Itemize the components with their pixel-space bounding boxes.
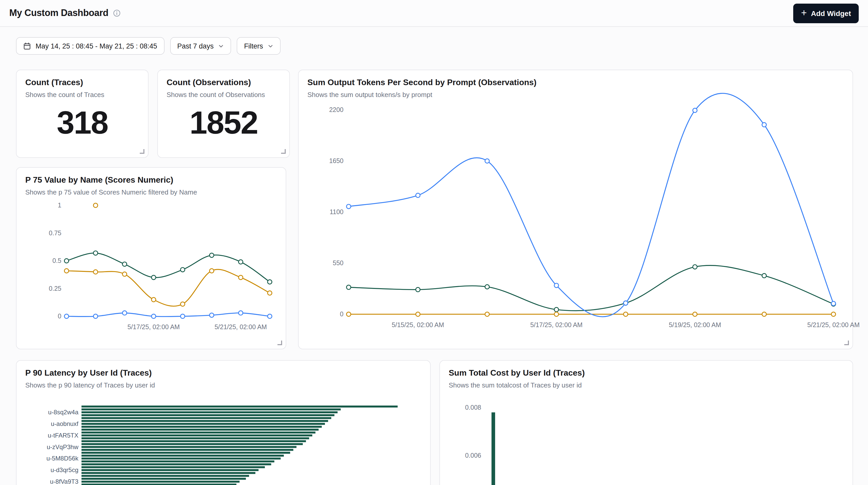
widget-p90-latency-chart: P 90 Latency by User Id (Traces) Shows t…: [16, 360, 431, 485]
metric-value: 1852: [166, 99, 281, 150]
widget-subtitle: Shows the sum output tokens/s by prompt: [307, 91, 844, 98]
svg-text:5/17/25, 02:00 AM: 5/17/25, 02:00 AM: [127, 323, 180, 331]
total-cost-chart[interactable]: 0.0080.006: [449, 390, 844, 485]
widget-title: Sum Output Tokens Per Second by Prompt (…: [307, 78, 844, 87]
resize-handle-icon[interactable]: [140, 149, 145, 154]
widget-subtitle: Shows the p 90 latency of Traces by user…: [25, 381, 422, 389]
svg-text:u-aobnuxf: u-aobnuxf: [51, 420, 79, 427]
svg-text:0: 0: [340, 310, 343, 317]
svg-text:0.008: 0.008: [465, 404, 481, 411]
resize-handle-icon[interactable]: [281, 149, 286, 154]
widget-subtitle: Shows the count of Traces: [25, 91, 139, 98]
svg-text:550: 550: [333, 259, 343, 267]
chevron-down-icon: [268, 43, 273, 49]
filters-dropdown[interactable]: Filters: [237, 37, 281, 55]
svg-text:0.75: 0.75: [49, 229, 61, 237]
widget-total-cost-chart: Sum Total Cost by User Id (Traces) Shows…: [439, 360, 853, 485]
plus-icon: +: [801, 8, 807, 18]
widget-title: Sum Total Cost by User Id (Traces): [449, 368, 844, 378]
svg-text:u-8fVa9T3: u-8fVa9T3: [50, 478, 79, 485]
p75-scores-chart[interactable]: 00.250.50.7515/17/25, 02:00 AM5/21/25, 0…: [25, 197, 277, 341]
widget-title: Count (Observations): [166, 78, 281, 87]
resize-handle-icon[interactable]: [277, 340, 282, 345]
widget-subtitle: Shows the p 75 value of Scores Numeric f…: [25, 188, 277, 196]
svg-text:0.25: 0.25: [49, 285, 61, 292]
svg-text:u-8sq2w4a: u-8sq2w4a: [48, 408, 79, 416]
resize-handle-icon[interactable]: [844, 340, 849, 345]
widget-p75-scores-chart: P 75 Value by Name (Scores Numeric) Show…: [16, 167, 286, 349]
page-header: My Custom Dashboard + Add Widget: [0, 0, 868, 27]
svg-text:5/17/25, 02:00 AM: 5/17/25, 02:00 AM: [530, 321, 583, 328]
chart-area: 05501100165022005/15/25, 02:00 AM5/17/25…: [307, 99, 844, 341]
svg-text:u-tFAR5TX: u-tFAR5TX: [48, 432, 79, 439]
svg-text:0.006: 0.006: [465, 452, 481, 459]
widget-subtitle: Shows the count of Observations: [166, 91, 281, 98]
tokens-by-prompt-chart[interactable]: 05501100165022005/15/25, 02:00 AM5/17/25…: [307, 99, 844, 341]
p90-latency-chart[interactable]: u-8sq2w4au-aobnuxfu-tFAR5TXu-zVqP3hwu-5M…: [25, 390, 422, 485]
svg-text:5/15/25, 02:00 AM: 5/15/25, 02:00 AM: [392, 321, 444, 328]
date-preset-dropdown[interactable]: Past 7 days: [170, 37, 231, 55]
info-icon-glyph: [113, 9, 121, 17]
dashboard-root: My Custom Dashboard + Add Widget May 14,…: [0, 0, 868, 485]
svg-text:0.5: 0.5: [52, 257, 61, 264]
svg-text:0: 0: [58, 312, 61, 320]
svg-text:5/21/25, 02:00 AM: 5/21/25, 02:00 AM: [215, 323, 267, 331]
svg-text:5/21/25, 02:00 AM: 5/21/25, 02:00 AM: [807, 321, 860, 328]
metric-value: 318: [25, 99, 139, 150]
filters-label: Filters: [244, 42, 263, 50]
widget-count-observations: Count (Observations) Shows the count of …: [157, 70, 290, 158]
date-range-value: May 14, 25 : 08:45 - May 21, 25 : 08:45: [36, 42, 157, 50]
add-widget-label: Add Widget: [811, 9, 851, 17]
widget-title: P 75 Value by Name (Scores Numeric): [25, 175, 277, 185]
svg-text:5/19/25, 02:00 AM: 5/19/25, 02:00 AM: [669, 321, 721, 328]
chart-area: 0.0080.006: [449, 390, 844, 485]
info-icon[interactable]: [113, 9, 121, 17]
page-title: My Custom Dashboard: [9, 8, 108, 19]
svg-text:1100: 1100: [330, 208, 343, 215]
svg-text:u-5M8D56k: u-5M8D56k: [46, 455, 79, 462]
chart-area: u-8sq2w4au-aobnuxfu-tFAR5TXu-zVqP3hwu-5M…: [25, 390, 422, 485]
chart-area: 00.250.50.7515/17/25, 02:00 AM5/21/25, 0…: [25, 197, 277, 341]
svg-text:2200: 2200: [329, 106, 343, 113]
widget-title: P 90 Latency by User Id (Traces): [25, 368, 422, 378]
widget-tokens-per-second-chart: Sum Output Tokens Per Second by Prompt (…: [298, 70, 853, 349]
widget-title: Count (Traces): [25, 78, 139, 87]
svg-text:1: 1: [58, 202, 61, 209]
date-range-picker[interactable]: May 14, 25 : 08:45 - May 21, 25 : 08:45: [16, 37, 164, 55]
date-preset-value: Past 7 days: [177, 42, 214, 50]
widget-subtitle: Shows the sum totalcost of Traces by use…: [449, 381, 844, 389]
add-widget-button[interactable]: + Add Widget: [794, 3, 859, 23]
svg-text:u-d3qr5cg: u-d3qr5cg: [51, 466, 79, 474]
chevron-down-icon: [218, 43, 224, 49]
widget-count-traces: Count (Traces) Shows the count of Traces…: [16, 70, 149, 158]
svg-text:u-zVqP3hw: u-zVqP3hw: [47, 444, 79, 450]
calendar-icon: [23, 42, 31, 50]
filter-toolbar: May 14, 25 : 08:45 - May 21, 25 : 08:45 …: [16, 37, 281, 55]
svg-text:1650: 1650: [329, 157, 343, 164]
